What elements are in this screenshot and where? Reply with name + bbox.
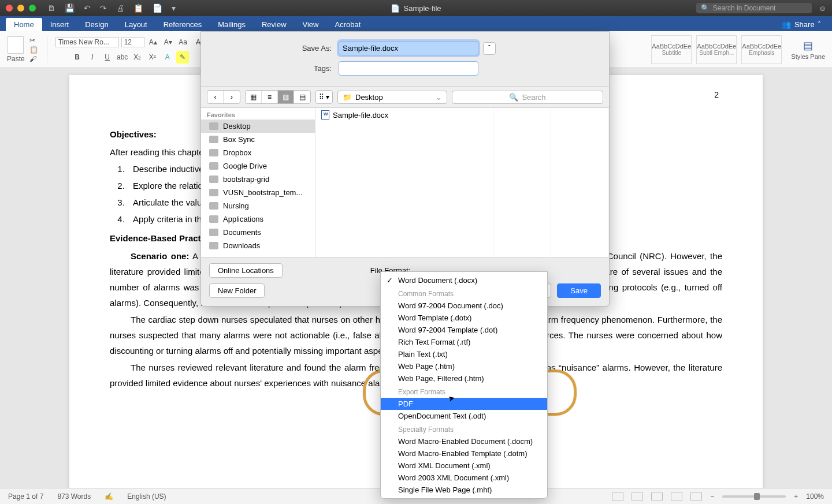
font-name-combo[interactable]: Times New Ro... [55,37,119,47]
sidebar-item-vusn[interactable]: VUSN_bootstrap_tem... [201,186,315,199]
file-column-2[interactable] [493,108,551,257]
format-option-mht[interactable]: Single File Web Page (.mht) [381,484,547,496]
zoom-in-button[interactable]: + [794,492,798,501]
file-column-3[interactable] [551,108,609,257]
account-icon[interactable]: ☺ [819,4,826,13]
status-words[interactable]: 873 Words [57,492,91,501]
tab-home[interactable]: Home [6,18,42,31]
zoom-window-button[interactable] [29,5,36,12]
back-button[interactable]: ‹ [207,91,224,103]
minimize-window-button[interactable] [17,5,24,12]
tab-layout[interactable]: Layout [117,18,155,31]
file-column[interactable]: Sample-file.docx [315,108,493,257]
outline-view-button[interactable] [671,492,682,501]
tab-view[interactable]: View [295,18,327,31]
format-option-xml2003[interactable]: Word 2003 XML Document (.xml) [381,472,547,484]
column-view-button[interactable]: ▥ [278,91,294,103]
tab-design[interactable]: Design [77,18,116,31]
search-in-document[interactable]: 🔍 Search in Document [696,3,812,13]
collapse-dialog-button[interactable]: ˆ [483,42,496,55]
zoom-level[interactable]: 100% [806,492,824,501]
dialog-search[interactable]: 🔍 Search [452,91,603,104]
status-page[interactable]: Page 1 of 7 [8,492,43,501]
autosave-icon[interactable]: 🗎 [47,3,55,13]
cut-icon[interactable]: ✂ [29,36,39,44]
sidebar-item-downloads[interactable]: Downloads [201,239,315,252]
undo-icon[interactable]: ↶ [84,3,91,13]
save-as-input[interactable] [339,41,478,55]
sidebar-item-nursing[interactable]: Nursing [201,199,315,212]
grow-font-button[interactable]: A▴ [147,36,159,48]
sidebar-item-documents[interactable]: Documents [201,226,315,239]
zoom-out-button[interactable]: − [710,492,714,501]
draft-view-button[interactable] [690,492,702,501]
format-option-dotx[interactable]: Word Template (.dotx) [381,312,547,324]
text-effect-button[interactable]: A [161,51,174,64]
sidebar-item-boxsync[interactable]: Box Sync [201,133,315,146]
spellcheck-icon[interactable]: ✍ [105,492,113,501]
format-option-pdf[interactable]: PDF [381,398,547,410]
format-painter-icon[interactable]: 🖌 [29,55,39,63]
file-item[interactable]: Sample-file.docx [315,108,493,122]
collapse-ribbon-icon[interactable]: ˆ [818,20,820,29]
group-by-button[interactable]: ⠿ ▾ [316,91,332,103]
close-window-button[interactable] [6,5,13,12]
sidebar-item-bootstrap[interactable]: bootstrap-grid [201,173,315,186]
superscript-button[interactable]: X² [146,51,159,64]
format-option-dot[interactable]: Word 97-2004 Template (.dot) [381,324,547,336]
save-button[interactable]: Save [557,283,601,298]
strikethrough-button[interactable]: abc [116,51,129,64]
bold-button[interactable]: B [71,51,84,64]
tab-acrobat[interactable]: Acrobat [326,18,369,31]
tags-input[interactable] [339,61,478,76]
zoom-slider[interactable] [722,495,786,498]
subscript-button[interactable]: X₂ [131,51,144,64]
change-case-button[interactable]: Aa [177,36,190,48]
format-option-htm[interactable]: Web Page (.htm) [381,360,547,372]
focus-view-button[interactable] [612,492,623,501]
styles-pane-button[interactable]: ▤ Styles Pane [791,39,825,60]
tab-review[interactable]: Review [254,18,295,31]
forward-button[interactable]: › [224,91,240,103]
style-subtitle[interactable]: AaBbCcDdEe Subtitle [651,35,692,64]
format-option-txt[interactable]: Plain Text (.txt) [381,348,547,360]
sidebar-item-dropbox[interactable]: Dropbox [201,146,315,159]
qat-more-icon[interactable]: ▾ [172,3,176,13]
list-view-button[interactable]: ≡ [262,91,278,103]
sidebar-item-applications[interactable]: Applications [201,212,315,226]
style-subtle-emphasis[interactable]: AaBbCcDdEe Subtl Emph... [696,35,737,64]
format-option-odt[interactable]: OpenDocument Text (.odt) [381,410,547,422]
paste-button[interactable]: Paste [7,36,25,63]
format-option-htm-filtered[interactable]: Web Page, Filtered (.htm) [381,372,547,384]
format-option-dotm[interactable]: Word Macro-Enabled Template (.dotm) [381,447,547,460]
new-doc-icon[interactable]: 📄 [153,3,162,13]
online-locations-button[interactable]: Online Locations [209,263,283,278]
save-icon[interactable]: 💾 [65,3,75,13]
sidebar-item-googledrive[interactable]: Google Drive [201,159,315,173]
print-layout-button[interactable] [632,492,643,501]
highlight-button[interactable]: ✎ [176,51,189,64]
web-layout-button[interactable] [651,492,663,501]
sidebar-item-desktop[interactable]: Desktop [201,120,315,133]
new-folder-button[interactable]: New Folder [209,283,265,298]
italic-button[interactable]: I [86,51,99,64]
format-option-docm[interactable]: Word Macro-Enabled Document (.docm) [381,435,547,447]
tab-mailings[interactable]: Mailings [210,18,254,31]
status-language[interactable]: English (US) [127,492,166,501]
touch-icon[interactable]: 📋 [133,3,143,13]
redo-icon[interactable]: ↷ [100,3,107,13]
location-popup[interactable]: 📁 Desktop ⌄ [337,91,447,104]
tab-references[interactable]: References [155,18,210,31]
underline-button[interactable]: U [101,51,114,64]
gallery-view-button[interactable]: ▤ [294,91,310,103]
style-emphasis[interactable]: AaBbCcDdEe Emphasis [741,35,782,64]
copy-icon[interactable]: 📋 [29,46,39,54]
icon-view-button[interactable]: ▦ [246,91,262,103]
format-option-rtf[interactable]: Rich Text Format (.rtf) [381,336,547,348]
share-button[interactable]: 👥 Share ˆ [776,18,826,31]
shrink-font-button[interactable]: A▾ [162,36,174,48]
font-size-combo[interactable]: 12 [121,37,144,47]
format-option-doc[interactable]: Word 97-2004 Document (.doc) [381,300,547,312]
format-option-xml[interactable]: Word XML Document (.xml) [381,460,547,472]
format-option-docx[interactable]: Word Document (.docx) [381,274,547,286]
